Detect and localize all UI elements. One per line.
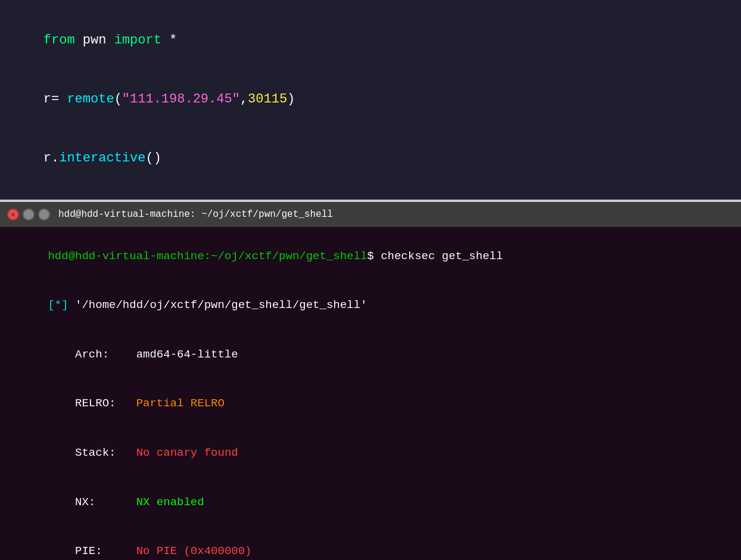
minimize-button[interactable]: [23, 209, 35, 220]
terminal-line-6: NX: NX enabled: [7, 478, 734, 527]
arch-label: Arch: amd64-64-little: [48, 348, 238, 361]
window-title: hdd@hdd-virtual-machine: ~/oj/xctf/pwn/g…: [58, 209, 333, 220]
comma: ,: [240, 92, 248, 107]
code-line-2: r= remote("111.198.29.45",30115): [12, 70, 729, 129]
stack-label: Stack:: [48, 446, 136, 459]
r-interactive: r.: [43, 151, 59, 166]
nx-label: NX:: [48, 496, 136, 509]
code-editor: from pwn import * r= remote("111.198.29.…: [0, 0, 741, 202]
star-marker-1: [*]: [48, 298, 68, 312]
pie-value: No PIE (0x400000): [136, 545, 252, 558]
pie-label: PIE:: [48, 545, 136, 558]
terminal-line-1: hdd@hdd-virtual-machine:~/oj/xctf/pwn/ge…: [7, 232, 734, 281]
var-r: r=: [43, 92, 67, 107]
code-space: pwn: [75, 33, 114, 48]
path-text: '/home/hdd/oj/xctf/pwn/get_shell/get_she…: [69, 298, 368, 312]
terminal-line-4: RELRO: Partial RELRO: [7, 379, 734, 429]
maximize-button[interactable]: [38, 209, 50, 220]
code-line-1: from pwn import *: [12, 11, 729, 70]
title-bar: ✕ hdd@hdd-virtual-machine: ~/oj/xctf/pwn…: [0, 202, 741, 227]
keyword-from: from: [43, 33, 75, 48]
func-interactive: interactive: [59, 151, 145, 166]
parens: (): [145, 151, 161, 166]
terminal-window: ✕ hdd@hdd-virtual-machine: ~/oj/xctf/pwn…: [0, 202, 741, 560]
window-controls: ✕: [7, 209, 50, 220]
terminal-line-5: Stack: No canary found: [7, 429, 734, 478]
dollar-1: $: [367, 250, 381, 263]
relro-value: Partial RELRO: [136, 397, 225, 410]
terminal-line-3: Arch: amd64-64-little: [7, 330, 734, 379]
port-number: 30115: [248, 92, 287, 107]
prompt-1: hdd@hdd-virtual-machine:~/oj/xctf/pwn/ge…: [48, 250, 367, 263]
func-remote: remote: [67, 92, 114, 107]
close-button[interactable]: ✕: [7, 209, 19, 220]
code-star: *: [161, 33, 177, 48]
nx-value: NX enabled: [136, 496, 204, 509]
stack-value: No canary found: [136, 446, 238, 459]
terminal-line-2: [*] '/home/hdd/oj/xctf/pwn/get_shell/get…: [7, 281, 734, 331]
terminal-line-7: PIE: No PIE (0x400000): [7, 527, 734, 560]
string-ip: "111.198.29.45": [122, 92, 240, 107]
relro-label: RELRO:: [48, 397, 136, 410]
terminal-body[interactable]: hdd@hdd-virtual-machine:~/oj/xctf/pwn/ge…: [0, 227, 741, 560]
paren-open: (: [114, 92, 122, 107]
paren-close: ): [287, 92, 295, 107]
code-line-3: r.interactive(): [12, 129, 729, 188]
keyword-import: import: [114, 33, 161, 48]
cmd-checksec: checksec get_shell: [381, 250, 503, 263]
